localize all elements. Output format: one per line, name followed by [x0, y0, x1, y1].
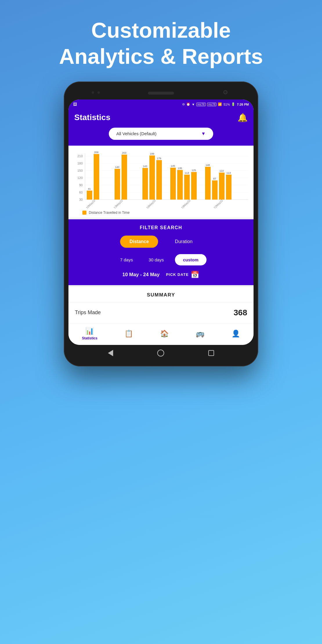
svg-text:210: 210 — [77, 154, 83, 158]
30-days-option[interactable]: 30 days — [144, 254, 169, 265]
svg-text:203: 203 — [122, 151, 126, 154]
svg-text:206: 206 — [94, 151, 98, 154]
pick-date-button[interactable]: PICK DATE 📅 — [166, 271, 200, 279]
chart-section: 30 60 90 120 150 180 210 41 206 — [68, 146, 254, 218]
nav-item-profile[interactable]: 👤 — [231, 330, 240, 338]
filter-search-section: FILTER SEARCH Distance Duration 7 days — [68, 219, 254, 285]
status-right: ⊖ ⏰ ▼ VoLTE VoLTE 📶 51% 🔋 7:26 PM — [182, 102, 249, 106]
svg-rect-39 — [212, 180, 218, 200]
signal-bars: 📶 — [218, 102, 222, 106]
svg-text:113: 113 — [226, 171, 231, 174]
hero-title: Customizable Analytics & Reports — [0, 17, 322, 70]
reports-nav-icon: 📋 — [124, 330, 133, 338]
svg-rect-25 — [149, 155, 155, 200]
phone-wrapper: 🖼 ⊖ ⏰ ▼ VoLTE VoLTE 📶 51% 🔋 7:26 PM Stat… — [0, 82, 322, 366]
date-range-text: 10 May - 24 May — [122, 272, 160, 278]
filter-search-title: FILTER SEARCH — [74, 225, 248, 230]
svg-text:113: 113 — [184, 171, 189, 174]
svg-text:148: 148 — [205, 164, 210, 167]
svg-rect-37 — [205, 167, 211, 200]
battery-pct: 51% — [223, 103, 230, 106]
custom-option[interactable]: custom — [175, 254, 207, 265]
hero-section: Customizable Analytics & Reports — [0, 0, 322, 82]
day-options-row: 7 days 30 days custom — [74, 254, 248, 265]
vehicle-dropdown-label: All Vehicles (Default) — [116, 131, 156, 136]
status-bar: 🖼 ⊖ ⏰ ▼ VoLTE VoLTE 📶 51% 🔋 7:26 PM — [68, 100, 254, 109]
minus-icon: ⊖ — [182, 102, 185, 106]
nav-item-statistics[interactable]: 📊 Statistics — [82, 327, 97, 340]
filter-tabs: Distance Duration — [74, 236, 248, 248]
svg-text:41: 41 — [88, 187, 91, 190]
nav-item-reports[interactable]: 📋 — [124, 330, 133, 338]
svg-text:30: 30 — [79, 198, 83, 201]
statistics-nav-icon: 📊 — [85, 327, 94, 335]
svg-rect-15 — [87, 191, 92, 200]
back-triangle-icon — [108, 350, 113, 356]
phone-bottom-hardware — [68, 345, 254, 359]
calendar-icon: 📅 — [191, 271, 200, 279]
image-icon: 🖼 — [73, 102, 77, 106]
svg-text:120: 120 — [77, 176, 83, 180]
summary-title: SUMMARY — [68, 287, 254, 302]
home-nav-icon: 🏠 — [160, 330, 169, 338]
svg-text:22May22: 22May22 — [213, 198, 224, 208]
svg-text:122: 122 — [219, 169, 224, 172]
battery-icon: 🔋 — [231, 102, 235, 106]
bar-chart: 30 60 90 120 150 180 210 41 206 — [73, 150, 249, 208]
summary-trips-row: Trips Made 368 — [68, 302, 254, 323]
pick-date-label: PICK DATE — [166, 272, 189, 277]
phone-speaker-grill — [148, 92, 174, 95]
svg-text:180: 180 — [77, 162, 83, 165]
svg-rect-41 — [219, 173, 225, 200]
svg-text:179: 179 — [157, 157, 161, 160]
svg-rect-19 — [115, 169, 120, 200]
trips-made-label: Trips Made — [75, 310, 101, 316]
svg-text:10May22: 10May22 — [85, 198, 96, 208]
vehicle-dropdown-button[interactable]: All Vehicles (Default) ▼ — [109, 128, 213, 140]
legend-label: Distance Travelled in Time — [89, 211, 130, 215]
dropdown-arrow-icon: ▼ — [201, 131, 206, 136]
svg-text:135: 135 — [178, 167, 182, 170]
7-days-option[interactable]: 7 days — [115, 254, 138, 265]
signal-text-1: VoLTE — [196, 103, 206, 106]
notification-bell-icon[interactable]: 🔔 — [238, 113, 248, 122]
duration-filter-tab[interactable]: Duration — [166, 236, 202, 248]
alarm-icon: ⏰ — [186, 102, 190, 106]
legend-color-box — [82, 211, 86, 215]
nav-item-vehicles[interactable]: 🚌 — [196, 330, 205, 338]
bottom-nav: 📊 Statistics 📋 🏠 🚌 👤 — [68, 323, 254, 345]
distance-filter-tab[interactable]: Distance — [120, 236, 158, 248]
svg-text:199: 199 — [150, 152, 154, 155]
phone-top-hardware — [68, 87, 254, 99]
svg-text:143: 143 — [143, 165, 147, 168]
svg-rect-27 — [156, 160, 162, 200]
svg-text:19May22: 19May22 — [180, 198, 191, 208]
home-circle-icon — [157, 350, 164, 357]
home-hardware-button[interactable] — [157, 350, 164, 357]
recents-button[interactable] — [208, 350, 214, 356]
sensor-dot-1 — [92, 91, 94, 94]
time-display: 7:26 PM — [237, 103, 249, 106]
sensor-dot-2 — [97, 91, 100, 94]
phone-screen: 🖼 ⊖ ⏰ ▼ VoLTE VoLTE 📶 51% 🔋 7:26 PM Stat… — [68, 100, 254, 345]
svg-text:87: 87 — [213, 177, 216, 180]
svg-rect-35 — [191, 172, 197, 200]
svg-text:140: 140 — [115, 166, 119, 169]
profile-nav-icon: 👤 — [231, 330, 240, 338]
svg-rect-33 — [184, 175, 190, 200]
vehicles-nav-icon: 🚌 — [196, 330, 205, 338]
nav-item-home[interactable]: 🏠 — [160, 330, 169, 338]
svg-text:60: 60 — [79, 191, 83, 194]
signal-text-2: VoLTE — [207, 103, 216, 106]
recents-square-icon — [208, 350, 214, 356]
date-range-row: 10 May - 24 May PICK DATE 📅 — [74, 271, 248, 279]
wifi-icon: ▼ — [192, 103, 195, 106]
statistics-nav-label: Statistics — [82, 336, 97, 340]
front-camera — [223, 90, 227, 94]
app-title: Statistics — [74, 113, 111, 122]
back-button[interactable] — [108, 350, 113, 356]
svg-rect-21 — [122, 155, 127, 200]
svg-rect-43 — [226, 175, 231, 200]
svg-text:125: 125 — [191, 169, 196, 172]
svg-rect-23 — [142, 168, 148, 200]
